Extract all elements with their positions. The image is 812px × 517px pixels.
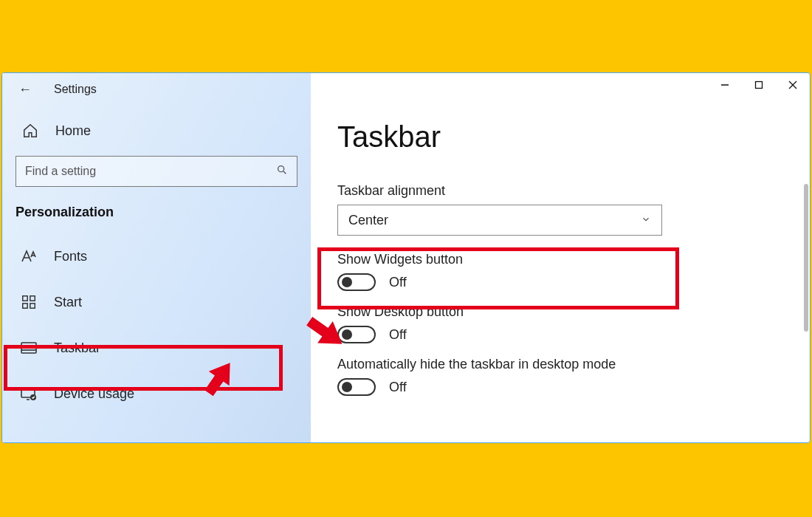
widgets-toggle-state: Off [389,275,407,290]
alignment-dropdown[interactable]: Center [337,205,662,236]
sidebar-item-fonts[interactable]: Fonts [2,233,311,279]
search-input[interactable]: Find a setting [16,156,297,187]
fonts-icon [20,247,38,265]
main-content: Taskbar Taskbar alignment Center Show Wi… [311,73,810,442]
sidebar-section-title: Personalization [2,202,311,233]
sidebar-home-label: Home [55,123,91,139]
svg-rect-4 [23,304,27,308]
widgets-label: Show Widgets button [337,252,780,267]
scrollbar[interactable] [804,184,808,332]
start-icon [20,293,38,311]
page-title: Taskbar [337,120,780,154]
settings-window: ← Settings Home Find a setting Personali… [1,72,811,443]
home-icon [21,122,39,140]
widgets-toggle-row: Off [337,273,780,291]
svg-rect-5 [30,304,35,308]
sidebar-item-label: Fonts [54,249,87,264]
sidebar-item-device-usage[interactable]: Device usage [2,371,311,417]
desktop-btn-label: Show Desktop button [337,304,780,320]
sidebar-item-start[interactable]: Start [2,279,311,325]
sidebar-item-label: Device usage [54,386,134,402]
widgets-toggle[interactable] [337,273,376,291]
desktop-btn-toggle-state: Off [389,327,407,343]
app-title: Settings [54,83,97,96]
close-button[interactable] [776,73,810,97]
autohide-toggle[interactable] [337,378,376,396]
alignment-value: Center [348,213,388,228]
svg-rect-12 [756,82,763,89]
svg-point-0 [278,166,284,172]
sidebar-item-label: Taskbar [54,340,100,356]
titlebar-left: ← Settings [2,73,311,106]
svg-rect-6 [21,343,36,353]
search-placeholder: Find a setting [25,165,96,178]
autohide-toggle-state: Off [389,380,407,395]
sidebar: ← Settings Home Find a setting Personali… [2,73,311,442]
chevron-down-icon [641,213,651,228]
svg-rect-3 [30,296,35,301]
sidebar-item-taskbar[interactable]: Taskbar [2,325,311,371]
svg-line-1 [283,171,286,174]
desktop-btn-toggle[interactable] [337,326,376,343]
svg-rect-2 [23,296,27,301]
taskbar-icon [20,339,38,357]
alignment-label: Taskbar alignment [337,183,780,199]
sidebar-item-label: Start [54,295,82,310]
back-icon[interactable]: ← [18,82,32,97]
autohide-toggle-row: Off [337,378,780,396]
minimize-button[interactable] [708,73,742,97]
maximize-button[interactable] [742,73,776,97]
autohide-label: Automatically hide the taskbar in deskto… [337,357,780,372]
window-controls [708,73,810,97]
desktop-btn-toggle-row: Off [337,326,780,343]
search-icon [276,164,288,179]
sidebar-home[interactable]: Home [2,106,311,156]
device-usage-icon [20,385,38,403]
